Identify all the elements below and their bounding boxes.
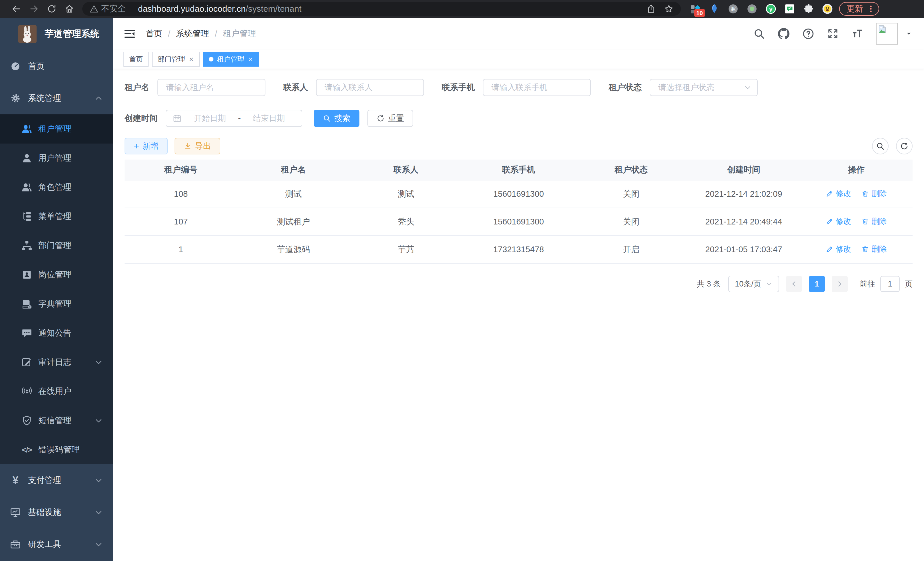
sidebar: 芋道管理系统 首页 系统管理 租户管理 用户管理 <box>0 18 113 561</box>
cell-tenant-name: 芋道源码 <box>237 236 350 263</box>
date-range-picker[interactable]: 开始日期 - 结束日期 <box>166 110 302 127</box>
browser-update-button[interactable]: 更新 <box>839 2 879 16</box>
sidebar-item-notice[interactable]: 通知公告 <box>0 319 113 348</box>
close-icon[interactable]: × <box>189 56 194 63</box>
delete-link[interactable]: 删除 <box>861 188 887 199</box>
status-select[interactable] <box>650 79 758 96</box>
edit-link[interactable]: 修改 <box>826 244 851 254</box>
sidebar-item-label: 用户管理 <box>38 152 71 164</box>
sidebar-logo[interactable]: 芋道管理系统 <box>0 18 113 50</box>
page-number-1[interactable]: 1 <box>809 276 825 292</box>
security-label[interactable]: 不安全 <box>101 3 126 15</box>
sidebar-item-dict[interactable]: 字典管理 <box>0 289 113 319</box>
sidebar-item-audit-log[interactable]: 审计日志 <box>0 348 113 377</box>
github-icon[interactable] <box>778 28 790 40</box>
sidebar-item-payment[interactable]: ¥ 支付管理 <box>0 464 113 496</box>
page-size-select[interactable]: 10条/页 <box>728 276 779 292</box>
avatar[interactable] <box>876 23 898 45</box>
extension-balloon-icon[interactable] <box>708 3 720 15</box>
tab-dept[interactable]: 部门管理 × <box>152 52 200 67</box>
sidebar-item-post[interactable]: 岗位管理 <box>0 260 113 289</box>
delete-link[interactable]: 删除 <box>861 216 887 226</box>
field-label: 租户名 <box>124 82 149 93</box>
help-icon[interactable] <box>802 28 814 40</box>
extension-tabs-icon[interactable]: 10 <box>689 3 701 15</box>
extension-yudao-icon[interactable]: y <box>765 3 777 15</box>
reset-button[interactable]: 重置 <box>368 110 413 127</box>
search-icon[interactable] <box>753 28 765 40</box>
show-search-toggle-button[interactable] <box>872 138 889 154</box>
edit-link[interactable]: 修改 <box>826 188 851 199</box>
extensions-puzzle-icon[interactable] <box>802 3 814 15</box>
goto-page-input[interactable] <box>880 276 900 292</box>
start-date-placeholder[interactable]: 开始日期 <box>183 113 236 124</box>
tenant-name-input[interactable] <box>158 79 266 96</box>
sidebar-item-menu[interactable]: 菜单管理 <box>0 202 113 231</box>
share-icon[interactable] <box>646 4 656 14</box>
sidebar-item-role[interactable]: 角色管理 <box>0 173 113 202</box>
sidebar-item-infra[interactable]: 基础设施 <box>0 496 113 528</box>
refresh-table-button[interactable] <box>896 138 913 154</box>
address-bar[interactable]: 不安全 dashboard.yudao.iocoder.cn/system/te… <box>82 2 681 16</box>
sidebar-item-label: 错误码管理 <box>38 444 80 456</box>
filter-create-time: 创建时间 开始日期 - 结束日期 <box>124 110 302 127</box>
column-header: 联系人 <box>350 159 462 180</box>
sidebar-item-dev-tools[interactable]: 研发工具 <box>0 528 113 560</box>
broadcast-icon <box>21 386 33 397</box>
edit-link[interactable]: 修改 <box>826 216 851 226</box>
prev-page-button[interactable] <box>786 276 802 292</box>
browser-back-button[interactable] <box>8 2 25 16</box>
sidebar-toggle-icon[interactable] <box>123 27 136 40</box>
sidebar-item-sms[interactable]: 短信管理 <box>0 406 113 435</box>
font-size-icon[interactable] <box>851 28 863 40</box>
sidebar-item-error-code[interactable]: </> 错误码管理 <box>0 435 113 464</box>
browser-forward-button[interactable] <box>25 2 43 16</box>
caret-down-icon[interactable] <box>905 30 913 38</box>
table-header-row: 租户编号 租户名 联系人 联系手机 租户状态 创建时间 操作 <box>124 159 913 180</box>
tab-home[interactable]: 首页 <box>123 52 148 67</box>
close-icon[interactable]: × <box>248 56 253 63</box>
tab-tenant[interactable]: 租户管理 × <box>203 52 259 67</box>
export-button[interactable]: 导出 <box>175 138 220 154</box>
extension-command-icon[interactable]: ⌘ <box>727 3 739 15</box>
cell-created-at: 2021-01-05 17:03:47 <box>687 236 800 263</box>
users-icon <box>21 123 33 135</box>
browser-menu-dots-icon[interactable] <box>867 5 875 13</box>
fullscreen-icon[interactable] <box>827 28 839 40</box>
browser-home-button[interactable] <box>61 2 78 16</box>
breadcrumb: 首页 / 系统管理 / 租户管理 <box>146 28 256 39</box>
cell-tenant-id: 1 <box>124 236 237 263</box>
contact-mobile-input[interactable] <box>483 79 591 96</box>
filter-status: 租户状态 <box>609 79 758 96</box>
sidebar-item-home[interactable]: 首页 <box>0 50 113 82</box>
sidebar-item-dept[interactable]: 部门管理 <box>0 231 113 260</box>
contact-name-input[interactable] <box>316 79 424 96</box>
end-date-placeholder[interactable]: 结束日期 <box>243 113 296 124</box>
gear-icon <box>10 93 21 104</box>
sidebar-item-user[interactable]: 用户管理 <box>0 144 113 173</box>
sidebar-item-tenant[interactable]: 租户管理 <box>0 114 113 144</box>
profile-avatar-icon[interactable] <box>821 3 833 15</box>
system-submenu: 租户管理 用户管理 角色管理 菜单管理 部门管理 <box>0 114 113 464</box>
breadcrumb-system[interactable]: 系统管理 <box>176 28 209 39</box>
bookmark-star-icon[interactable] <box>664 4 674 14</box>
refresh-icon <box>376 114 385 122</box>
pen-icon <box>826 190 833 198</box>
breadcrumb-current: 租户管理 <box>223 28 256 39</box>
delete-link[interactable]: 删除 <box>861 244 887 254</box>
dashboard-icon <box>10 61 21 72</box>
edit-label: 修改 <box>836 216 851 226</box>
cell-mobile: 15601691300 <box>462 208 575 236</box>
sidebar-item-online-users[interactable]: 在线用户 <box>0 377 113 406</box>
next-page-button[interactable] <box>832 276 848 292</box>
breadcrumb-home[interactable]: 首页 <box>146 28 162 39</box>
search-button[interactable]: 搜索 <box>314 110 359 127</box>
extension-record-icon[interactable] <box>746 3 758 15</box>
add-button[interactable]: + 新增 <box>124 138 168 154</box>
search-icon <box>876 142 885 150</box>
status-select-input[interactable] <box>650 79 758 96</box>
extension-chat-icon[interactable] <box>784 3 796 15</box>
sidebar-item-label: 系统管理 <box>28 93 61 104</box>
sidebar-item-system[interactable]: 系统管理 <box>0 82 113 114</box>
browser-reload-button[interactable] <box>43 2 61 16</box>
